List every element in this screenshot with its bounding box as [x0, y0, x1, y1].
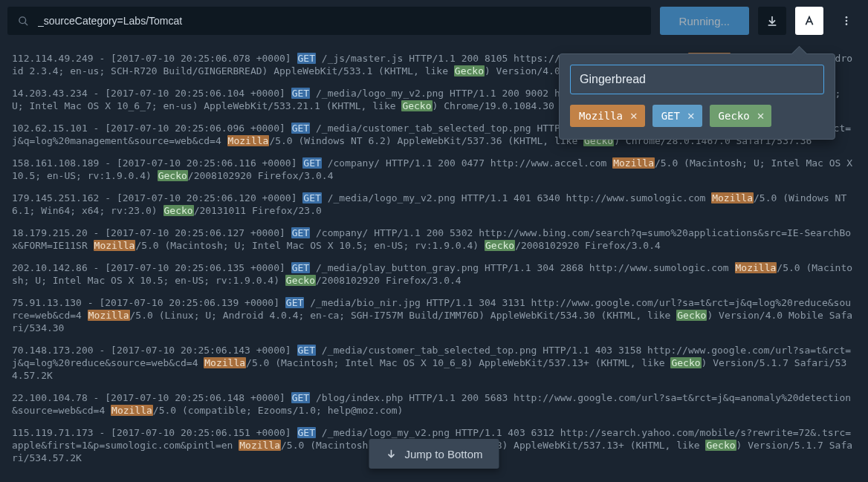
highlight-gecko: Gecko: [454, 65, 485, 76]
highlight-get: GET: [297, 427, 316, 438]
highlight-mozilla: Mozilla: [227, 135, 270, 146]
highlight-gecko: Gecko: [401, 100, 432, 111]
chip-remove-icon[interactable]: ✕: [687, 110, 695, 122]
more-vertical-icon: [841, 15, 852, 27]
chip-label: Gecko: [719, 110, 750, 122]
highlight-get: GET: [297, 53, 316, 64]
highlight-gecko: Gecko: [158, 170, 188, 181]
highlight-mozilla: Mozilla: [94, 240, 136, 251]
highlight-mozilla: Mozilla: [711, 192, 754, 203]
highlight-chip-gecko[interactable]: Gecko✕: [710, 105, 772, 127]
toolbar: Running...: [0, 0, 868, 42]
svg-point-2: [846, 16, 848, 19]
query-input-wrapper[interactable]: [7, 7, 651, 35]
svg-point-3: [846, 20, 848, 22]
jump-to-bottom-label: Jump to Bottom: [404, 448, 482, 460]
highlight-get: GET: [291, 227, 310, 238]
more-menu-button[interactable]: [832, 7, 861, 35]
arrow-down-icon: [385, 448, 397, 460]
log-entry: 158.161.108.189 - [2017-07-10 20:25:06.1…: [12, 157, 856, 182]
chip-remove-icon[interactable]: ✕: [630, 110, 638, 122]
highlight-mozilla: Mozilla: [612, 157, 655, 169]
highlight-get: GET: [291, 123, 310, 134]
log-entry: 22.100.104.78 - [2017-07-10 20:25:06.148…: [12, 391, 856, 417]
highlight-gecko: Gecko: [705, 440, 736, 451]
log-entry: 179.145.251.162 - [2017-07-10 20:25:06.1…: [12, 192, 856, 217]
highlight-gecko: Gecko: [485, 240, 515, 251]
download-button[interactable]: [758, 7, 786, 35]
highlight-gecko: Gecko: [676, 310, 707, 321]
chip-label: GET: [661, 110, 680, 122]
svg-line-1: [25, 22, 27, 25]
log-entry: 75.91.13.130 - [2017-07-10 20:25:06.139 …: [12, 296, 856, 334]
highlight-chip-mozilla[interactable]: Mozilla✕: [570, 105, 645, 127]
svg-point-0: [19, 16, 26, 23]
highlight-toggle-button[interactable]: [795, 7, 823, 35]
log-entry: 70.148.173.200 - [2017-07-10 20:25:06.14…: [12, 344, 856, 382]
highlight-get: GET: [291, 262, 310, 273]
highlight-get: GET: [285, 297, 304, 308]
run-button[interactable]: Running...: [660, 7, 749, 35]
highlight-get: GET: [302, 192, 321, 203]
svg-point-4: [846, 23, 848, 25]
highlight-chips: Mozilla✕GET✕Gecko✕: [570, 105, 824, 127]
highlight-mozilla: Mozilla: [735, 262, 777, 273]
highlight-mozilla: Mozilla: [204, 357, 246, 368]
highlight-chip-get[interactable]: GET✕: [652, 105, 702, 127]
highlight-mozilla: Mozilla: [239, 440, 281, 451]
highlight-get: GET: [291, 392, 310, 403]
chip-remove-icon[interactable]: ✕: [757, 110, 765, 122]
search-icon: [18, 16, 29, 27]
highlight-search-input[interactable]: [570, 65, 824, 94]
highlight-mozilla: Mozilla: [111, 405, 153, 416]
jump-to-bottom-button[interactable]: Jump to Bottom: [369, 439, 499, 469]
log-entry: 18.179.215.20 - [2017-07-10 20:25:06.127…: [12, 227, 856, 252]
highlight-get: GET: [291, 88, 310, 99]
highlight-mozilla: Mozilla: [88, 310, 130, 321]
text-highlight-icon: [803, 15, 815, 27]
log-entry: 202.10.142.86 - [2017-07-10 20:25:06.135…: [12, 261, 856, 287]
highlight-get: GET: [302, 157, 321, 169]
highlight-popover: Mozilla✕GET✕Gecko✕: [559, 53, 835, 140]
chip-label: Mozilla: [579, 110, 623, 122]
query-input[interactable]: [38, 15, 641, 27]
highlight-gecko: Gecko: [163, 205, 194, 216]
highlight-get: GET: [297, 345, 316, 356]
highlight-gecko: Gecko: [285, 275, 316, 286]
download-icon: [766, 15, 778, 27]
highlight-gecko: Gecko: [670, 357, 701, 368]
